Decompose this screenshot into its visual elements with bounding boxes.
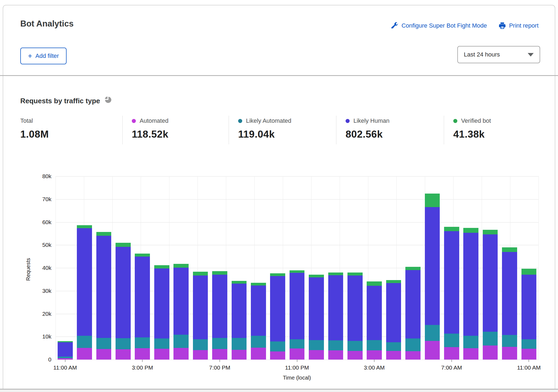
y-tick-label: 60k: [30, 219, 51, 225]
segment-verified-bot: [328, 273, 343, 275]
stacked-bar-10-00-pm[interactable]: [270, 273, 285, 360]
segment-likely-human: [444, 231, 459, 334]
segment-automated: [405, 351, 421, 360]
segment-likely-automated: [135, 337, 150, 348]
segment-verified-bot: [444, 227, 459, 231]
bar-slot: [171, 176, 191, 360]
segment-verified-bot: [309, 275, 324, 277]
bar-slot: [461, 176, 481, 360]
bar-slot: [94, 176, 113, 360]
configure-link-label: Configure Super Bot Fight Mode: [402, 22, 487, 29]
stacked-bar-8-00-am[interactable]: [463, 228, 478, 360]
segment-automated: [347, 351, 363, 360]
segment-automated: [96, 349, 111, 360]
segment-likely-human: [425, 207, 440, 325]
segment-verified-bot: [347, 273, 363, 275]
segment-automated: [328, 350, 343, 360]
y-tick-label: 40k: [30, 265, 51, 271]
stacked-bar-11-00-am[interactable]: [521, 269, 537, 360]
bar-slot: [500, 176, 519, 360]
bar-slot: [152, 176, 171, 360]
segment-likely-automated: [367, 340, 382, 350]
stacked-bar-10-00-am[interactable]: [502, 247, 517, 360]
stacked-bar-4-00-pm[interactable]: [154, 265, 169, 360]
bar-slot: [442, 176, 461, 360]
chevron-down-icon: [528, 53, 534, 57]
add-filter-button[interactable]: + Add filter: [20, 48, 67, 64]
stacked-bar-11-00-am[interactable]: [58, 341, 73, 360]
stacked-bar-12-00-am[interactable]: [309, 275, 324, 360]
stacked-bar-3-00-pm[interactable]: [135, 254, 150, 360]
stacked-bar-1-00-pm[interactable]: [96, 232, 111, 360]
stat-likely-human[interactable]: Likely Human802.56k: [336, 116, 444, 144]
time-range-select[interactable]: Last 24 hours: [457, 46, 540, 63]
section-title: Requests by traffic type: [20, 96, 112, 105]
stacked-bar-8-00-pm[interactable]: [232, 281, 247, 360]
legend-dot: [238, 119, 242, 123]
stat-automated[interactable]: Automated118.52k: [122, 116, 229, 144]
segment-automated: [367, 350, 382, 360]
segment-likely-human: [521, 275, 537, 339]
stacked-bar-9-00-am[interactable]: [483, 230, 498, 360]
stacked-bar-7-00-pm[interactable]: [212, 271, 227, 360]
stat-total[interactable]: Total1.08M: [20, 116, 122, 144]
header-links: Configure Super Bot Fight Mode Print rep…: [391, 22, 539, 29]
x-tick-mark: [219, 360, 220, 362]
segment-likely-automated: [502, 335, 517, 347]
bar-slot: [345, 176, 365, 360]
x-tick-mark: [65, 360, 65, 362]
stat-likely-automated[interactable]: Likely Automated119.04k: [229, 116, 336, 144]
segment-likely-automated: [463, 336, 478, 348]
stacked-bar-3-00-am[interactable]: [367, 281, 382, 360]
segment-likely-human: [232, 284, 247, 338]
stat-value: 1.08M: [20, 129, 122, 140]
stacked-bar-1-00-am[interactable]: [328, 273, 343, 360]
stacked-bar-11-00-pm[interactable]: [290, 270, 305, 360]
stacked-bar-6-00-am[interactable]: [425, 194, 440, 360]
segment-likely-human: [367, 286, 382, 340]
stacked-bar-2-00-pm[interactable]: [116, 243, 131, 360]
x-axis-title: Time (local): [283, 375, 311, 381]
x-tick-label: 7:00 AM: [441, 364, 462, 371]
x-tick-label: 3:00 PM: [132, 364, 153, 371]
x-tick-label: 11:00 AM: [517, 364, 541, 371]
stacked-bar-4-00-am[interactable]: [386, 280, 401, 360]
segment-likely-human: [96, 236, 111, 338]
segment-automated: [232, 350, 247, 360]
stacked-bar-12-00-pm[interactable]: [77, 225, 92, 360]
bar-slot: [75, 176, 94, 360]
pie-chart-icon: [104, 96, 112, 105]
bar-slot: [229, 176, 249, 360]
requests-stacked-bar-chart: [55, 176, 539, 360]
y-tick-label: 20k: [30, 311, 51, 317]
segment-likely-automated: [405, 338, 421, 351]
segment-likely-human: [154, 268, 169, 338]
stat-label: Likely Automated: [246, 117, 291, 124]
segment-likely-human: [347, 275, 363, 341]
segment-likely-human: [251, 285, 266, 336]
stat-verified-bot[interactable]: Verified bot41.38k: [444, 116, 539, 144]
stacked-bar-7-00-am[interactable]: [444, 227, 459, 360]
y-tick-label: 50k: [30, 242, 51, 248]
stacked-bar-5-00-pm[interactable]: [173, 264, 189, 360]
segment-likely-automated: [154, 338, 169, 349]
stacked-bar-6-00-pm[interactable]: [193, 272, 208, 360]
stacked-bar-2-00-am[interactable]: [347, 273, 363, 360]
stat-value: 118.52k: [132, 129, 229, 140]
stacked-bar-9-00-pm[interactable]: [251, 283, 266, 360]
bar-slot: [55, 176, 75, 360]
configure-super-bot-fight-mode-link[interactable]: Configure Super Bot Fight Mode: [391, 22, 487, 29]
segment-verified-bot: [483, 230, 498, 234]
segment-automated: [483, 346, 498, 360]
segment-verified-bot: [386, 280, 401, 283]
segment-likely-automated: [116, 338, 131, 349]
y-tick-label: 30k: [30, 288, 51, 294]
stacked-bar-5-00-am[interactable]: [405, 267, 421, 360]
segment-verified-bot: [116, 243, 131, 247]
y-tick-label: 70k: [30, 196, 51, 202]
y-tick-label: 0: [30, 356, 51, 363]
x-tick-mark: [142, 360, 143, 362]
segment-likely-automated: [521, 339, 537, 349]
print-link-label: Print report: [509, 22, 539, 29]
print-report-link[interactable]: Print report: [499, 22, 539, 29]
